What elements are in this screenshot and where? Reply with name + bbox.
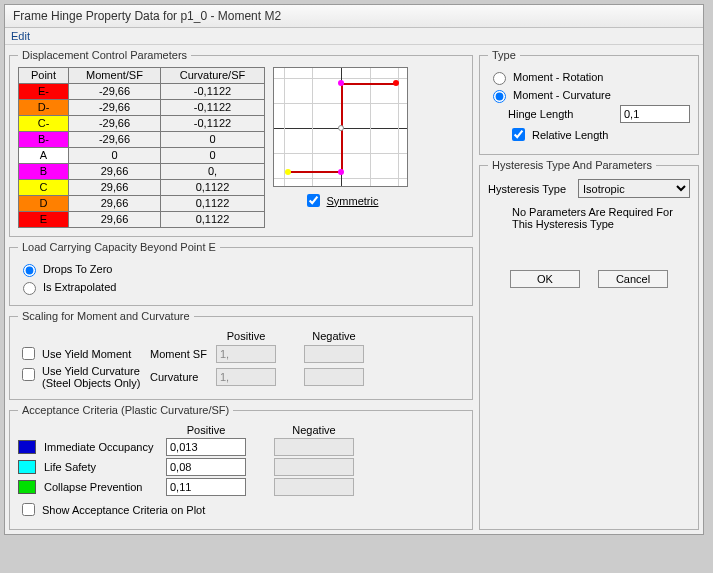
point-cell: C- bbox=[19, 116, 69, 132]
show-acc-plot-label: Show Acceptance Criteria on Plot bbox=[42, 504, 205, 516]
io-neg-input bbox=[274, 438, 354, 456]
use-yield-curvature-label: Use Yield Curvature bbox=[42, 365, 140, 377]
table-row: B--29,660 bbox=[19, 132, 265, 148]
graph-point-b bbox=[338, 80, 344, 86]
relative-length-input[interactable] bbox=[512, 128, 525, 141]
graph-point-bneg bbox=[338, 169, 344, 175]
hysteresis-select[interactable]: Isotropic bbox=[578, 179, 690, 198]
show-acc-plot[interactable]: Show Acceptance Criteria on Plot bbox=[18, 500, 205, 519]
use-yield-curvature[interactable]: Use Yield Curvature (Steel Objects Only) bbox=[18, 365, 146, 389]
ls-swatch bbox=[18, 460, 36, 474]
point-cell: C bbox=[19, 180, 69, 196]
table-row: A00 bbox=[19, 148, 265, 164]
curvature-cell[interactable]: 0 bbox=[161, 132, 265, 148]
steel-note: (Steel Objects Only) bbox=[42, 377, 140, 389]
ls-pos-input[interactable] bbox=[166, 458, 246, 476]
hinge-graph bbox=[273, 67, 408, 187]
acc-pos-hdr: Positive bbox=[166, 424, 246, 436]
radio-extrap[interactable]: Is Extrapolated bbox=[18, 279, 116, 295]
ok-button[interactable]: OK bbox=[510, 270, 580, 288]
radio-moment-rotation-label: Moment - Rotation bbox=[513, 71, 603, 83]
moment-cell[interactable]: 29,66 bbox=[69, 180, 161, 196]
moment-cell[interactable]: 29,66 bbox=[69, 196, 161, 212]
relative-length-label: Relative Length bbox=[532, 129, 608, 141]
curvature-cell[interactable]: 0, bbox=[161, 164, 265, 180]
menu-edit[interactable]: Edit bbox=[11, 30, 30, 42]
scaling-pos-hdr: Positive bbox=[216, 330, 276, 342]
curvature-cell[interactable]: -0,1122 bbox=[161, 116, 265, 132]
moment-cell[interactable]: 29,66 bbox=[69, 164, 161, 180]
window: Frame Hinge Property Data for p1_0 - Mom… bbox=[4, 4, 704, 535]
cp-neg-input bbox=[274, 478, 354, 496]
curvature-label: Curvature bbox=[150, 371, 212, 383]
scaling-group: Scaling for Moment and Curvature Positiv… bbox=[9, 310, 473, 400]
hinge-length-input[interactable] bbox=[620, 105, 690, 123]
hysteresis-note: No Parameters Are Required For This Hyst… bbox=[512, 206, 690, 230]
table-row: E29,660,1122 bbox=[19, 212, 265, 228]
curvature-cell[interactable]: 0 bbox=[161, 148, 265, 164]
table-row: D29,660,1122 bbox=[19, 196, 265, 212]
point-cell: E bbox=[19, 212, 69, 228]
io-swatch bbox=[18, 440, 36, 454]
col-moment: Moment/SF bbox=[69, 68, 161, 84]
graph-point-e bbox=[393, 80, 399, 86]
radio-moment-curvature[interactable]: Moment - Curvature bbox=[488, 87, 611, 103]
curvature-cell[interactable]: -0,1122 bbox=[161, 84, 265, 100]
symmetric-input[interactable] bbox=[307, 194, 320, 207]
relative-length[interactable]: Relative Length bbox=[508, 125, 608, 144]
window-title: Frame Hinge Property Data for p1_0 - Mom… bbox=[5, 5, 703, 28]
displacement-group: Displacement Control Parameters Point Mo… bbox=[9, 49, 473, 237]
io-pos-input[interactable] bbox=[166, 438, 246, 456]
type-group: Type Moment - Rotation Moment - Curvatur… bbox=[479, 49, 699, 155]
table-row: D--29,66-0,1122 bbox=[19, 100, 265, 116]
cp-swatch bbox=[18, 480, 36, 494]
loadcap-legend: Load Carrying Capacity Beyond Point E bbox=[18, 241, 220, 253]
io-label: Immediate Occupancy bbox=[44, 441, 162, 453]
ls-label: Life Safety bbox=[44, 461, 162, 473]
moment-sf-label: Moment SF bbox=[150, 348, 212, 360]
use-yield-moment[interactable]: Use Yield Moment bbox=[18, 344, 146, 363]
curvature-cell[interactable]: -0,1122 bbox=[161, 100, 265, 116]
curvature-pos bbox=[216, 368, 276, 386]
use-yield-moment-label: Use Yield Moment bbox=[42, 348, 131, 360]
moment-cell[interactable]: -29,66 bbox=[69, 116, 161, 132]
show-acc-plot-input[interactable] bbox=[22, 503, 35, 516]
use-yield-moment-input[interactable] bbox=[22, 347, 35, 360]
cancel-button[interactable]: Cancel bbox=[598, 270, 668, 288]
left-column: Displacement Control Parameters Point Mo… bbox=[9, 49, 473, 530]
radio-moment-curvature-input[interactable] bbox=[493, 90, 506, 103]
radio-moment-rotation[interactable]: Moment - Rotation bbox=[488, 69, 603, 85]
table-row: E--29,66-0,1122 bbox=[19, 84, 265, 100]
hinge-length-label: Hinge Length bbox=[508, 108, 573, 120]
radio-extrap-input[interactable] bbox=[23, 282, 36, 295]
radio-extrap-label: Is Extrapolated bbox=[43, 281, 116, 293]
acceptance-group: Acceptance Criteria (Plastic Curvature/S… bbox=[9, 404, 473, 530]
point-cell: A bbox=[19, 148, 69, 164]
moment-cell[interactable]: -29,66 bbox=[69, 84, 161, 100]
curvature-cell[interactable]: 0,1122 bbox=[161, 196, 265, 212]
scaling-legend: Scaling for Moment and Curvature bbox=[18, 310, 194, 322]
radio-moment-rotation-input[interactable] bbox=[493, 72, 506, 85]
graph-point-a bbox=[338, 125, 344, 131]
use-yield-curvature-input[interactable] bbox=[22, 368, 35, 381]
curvature-cell[interactable]: 0,1122 bbox=[161, 212, 265, 228]
point-cell: B- bbox=[19, 132, 69, 148]
hysteresis-group: Hysteresis Type And Parameters Hysteresi… bbox=[479, 159, 699, 530]
loadcap-group: Load Carrying Capacity Beyond Point E Dr… bbox=[9, 241, 473, 306]
cp-pos-input[interactable] bbox=[166, 478, 246, 496]
ls-neg-input bbox=[274, 458, 354, 476]
moment-cell[interactable]: 29,66 bbox=[69, 212, 161, 228]
hysteresis-legend: Hysteresis Type And Parameters bbox=[488, 159, 656, 171]
hysteresis-label: Hysteresis Type bbox=[488, 183, 566, 195]
moment-cell[interactable]: -29,66 bbox=[69, 100, 161, 116]
radio-drops[interactable]: Drops To Zero bbox=[18, 261, 113, 277]
moment-cell[interactable]: 0 bbox=[69, 148, 161, 164]
moment-cell[interactable]: -29,66 bbox=[69, 132, 161, 148]
curvature-cell[interactable]: 0,1122 bbox=[161, 180, 265, 196]
symmetric-checkbox[interactable]: Symmetric bbox=[303, 191, 379, 210]
graph-point-cneg bbox=[285, 169, 291, 175]
hinge-table-body: E--29,66-0,1122D--29,66-0,1122C--29,66-0… bbox=[19, 84, 265, 228]
radio-drops-input[interactable] bbox=[23, 264, 36, 277]
table-row: C--29,66-0,1122 bbox=[19, 116, 265, 132]
point-cell: D- bbox=[19, 100, 69, 116]
